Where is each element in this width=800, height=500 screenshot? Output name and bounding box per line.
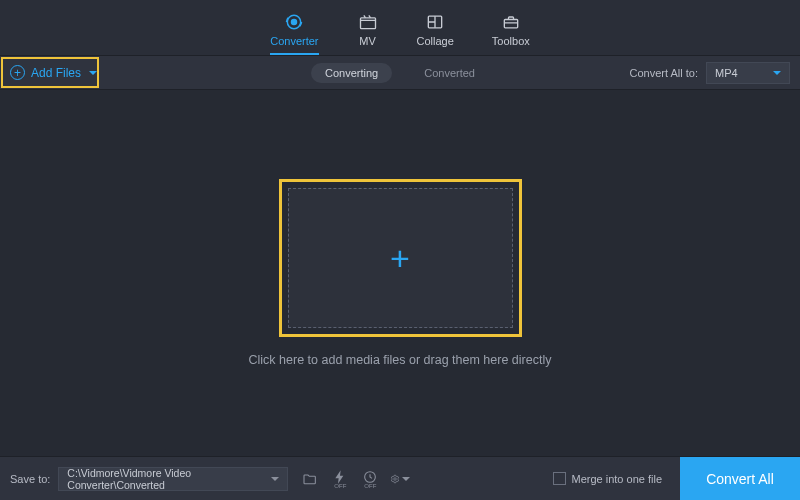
- chevron-down-icon: [402, 477, 410, 481]
- chevron-down-icon: [271, 477, 279, 481]
- nav-label: MV: [359, 35, 376, 47]
- save-path-value: C:\Vidmore\Vidmore Video Converter\Conve…: [67, 467, 269, 491]
- toolbox-icon: [500, 12, 522, 32]
- highlight-dropzone: +: [279, 179, 522, 337]
- open-folder-button[interactable]: [300, 469, 320, 489]
- sub-bar: + Add Files Converting Converted Convert…: [0, 56, 800, 90]
- gpu-accel-button[interactable]: OFF: [330, 469, 350, 489]
- nav-label: Toolbox: [492, 35, 530, 47]
- high-speed-button[interactable]: OFF: [360, 469, 380, 489]
- format-selected-value: MP4: [715, 67, 738, 79]
- add-files-button[interactable]: + Add Files: [0, 57, 107, 89]
- svg-rect-4: [504, 20, 517, 28]
- dropzone[interactable]: +: [288, 188, 513, 328]
- nav-tab-mv[interactable]: MV: [357, 12, 379, 55]
- chevron-down-icon: [773, 71, 781, 75]
- convert-all-to-label: Convert All to:: [630, 67, 698, 79]
- sub-tabs: Converting Converted: [311, 63, 489, 83]
- merge-checkbox-group[interactable]: Merge into one file: [553, 472, 673, 485]
- add-files-label: Add Files: [31, 66, 81, 80]
- convert-all-button[interactable]: Convert All: [680, 457, 800, 501]
- nav-tab-converter[interactable]: Converter: [270, 12, 318, 55]
- main-area: + Click here to add media files or drag …: [0, 90, 800, 456]
- converter-icon: [283, 12, 305, 32]
- plus-circle-icon: +: [10, 65, 25, 80]
- chevron-down-icon: [89, 71, 97, 75]
- merge-label: Merge into one file: [572, 473, 663, 485]
- nav-label: Converter: [270, 35, 318, 47]
- settings-button[interactable]: [390, 469, 410, 489]
- mv-icon: [357, 12, 379, 32]
- output-format-select[interactable]: MP4: [706, 62, 790, 84]
- bottom-toolbar: OFF OFF: [300, 469, 410, 489]
- bottom-bar: Save to: C:\Vidmore\Vidmore Video Conver…: [0, 456, 800, 500]
- merge-checkbox[interactable]: [553, 472, 566, 485]
- svg-point-6: [394, 477, 397, 480]
- tab-converting[interactable]: Converting: [311, 63, 392, 83]
- svg-point-1: [292, 20, 297, 25]
- svg-rect-2: [360, 18, 375, 29]
- top-nav: Converter MV Collage Toolbox: [0, 0, 800, 56]
- plus-icon: +: [390, 239, 410, 278]
- save-to-label: Save to:: [10, 473, 50, 485]
- drop-hint-text: Click here to add media files or drag th…: [249, 353, 552, 367]
- save-path-select[interactable]: C:\Vidmore\Vidmore Video Converter\Conve…: [58, 467, 288, 491]
- nav-tab-toolbox[interactable]: Toolbox: [492, 12, 530, 55]
- collage-icon: [424, 12, 446, 32]
- convert-all-to-group: Convert All to: MP4: [630, 62, 800, 84]
- tab-converted[interactable]: Converted: [410, 63, 489, 83]
- nav-tab-collage[interactable]: Collage: [417, 12, 454, 55]
- nav-label: Collage: [417, 35, 454, 47]
